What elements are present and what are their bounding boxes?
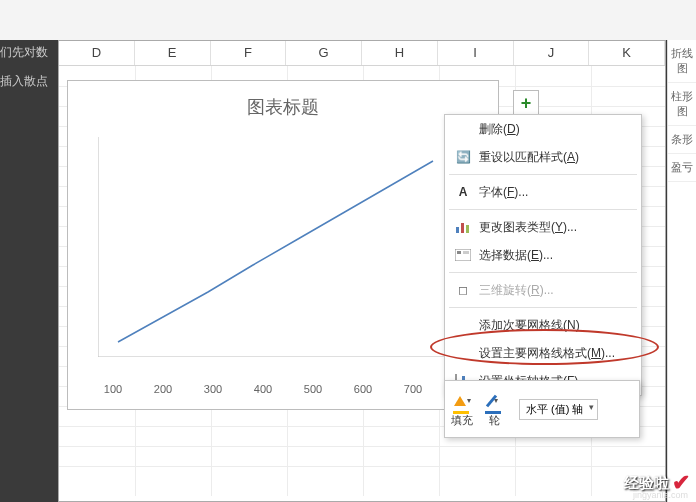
menu-3d-rotate: ◻ 三维旋转(R)...: [445, 276, 641, 304]
chart-elements-button[interactable]: +: [513, 90, 539, 116]
chart-title[interactable]: 图表标题: [68, 95, 498, 119]
paint-bucket-icon: ▾: [451, 391, 473, 411]
col-header[interactable]: I: [438, 41, 514, 65]
menu-label: 三维旋转(R)...: [479, 282, 633, 299]
axis-selector-value: 水平 (值) 轴: [526, 403, 583, 415]
mini-toolbar: ▾ 填充 ▾ 轮 水平 (值) 轴: [444, 380, 640, 438]
col-header[interactable]: H: [362, 41, 438, 65]
svg-rect-3: [461, 223, 464, 233]
svg-rect-2: [456, 227, 459, 233]
col-header[interactable]: J: [514, 41, 590, 65]
svg-rect-6: [457, 251, 461, 254]
embedded-chart[interactable]: 图表标题 100 200 300 400 500 600 700 800: [67, 80, 499, 410]
select-data-icon: [453, 246, 473, 264]
svg-rect-5: [455, 249, 471, 261]
menu-label: 选择数据(E)...: [479, 247, 633, 264]
outline-button[interactable]: ▾ 轮: [483, 391, 505, 428]
col-header[interactable]: G: [286, 41, 362, 65]
left-cropped-text: 们先对数 插入散点: [0, 44, 55, 102]
fill-button[interactable]: ▾ 填充: [451, 391, 473, 428]
menu-add-minor-gridlines[interactable]: 添加次要网格线(N): [445, 311, 641, 339]
menu-label: 设置主要网格线格式(M)...: [479, 345, 633, 362]
rotate-3d-icon: ◻: [453, 281, 473, 299]
pen-icon: ▾: [483, 391, 505, 411]
plus-icon: +: [521, 93, 532, 114]
col-header[interactable]: E: [135, 41, 211, 65]
menu-change-chart-type[interactable]: 更改图表类型(Y)...: [445, 213, 641, 241]
reset-icon: 🔄: [453, 148, 473, 166]
col-header[interactable]: F: [211, 41, 287, 65]
menu-label: 删除(D): [479, 121, 633, 138]
right-panel-item[interactable]: 条形: [668, 126, 696, 154]
menu-font[interactable]: A 字体(F)...: [445, 178, 641, 206]
chart-plot[interactable]: [98, 137, 478, 357]
col-header[interactable]: D: [59, 41, 135, 65]
x-axis-ticks: 100 200 300 400 500 600 700 800: [98, 383, 478, 395]
fill-label: 填充: [451, 413, 473, 428]
right-panel-item[interactable]: 柱形图: [668, 83, 696, 126]
menu-label: 字体(F)...: [479, 184, 633, 201]
right-panel: 折线图 柱形图 条形 盈亏: [667, 40, 696, 502]
menu-select-data[interactable]: 选择数据(E)...: [445, 241, 641, 269]
blank-icon: [453, 316, 473, 334]
blank-icon: [453, 344, 473, 362]
menu-label: 重设以匹配样式(A): [479, 149, 633, 166]
col-header[interactable]: K: [589, 41, 665, 65]
blank-icon: [453, 120, 473, 138]
menu-label: 更改图表类型(Y)...: [479, 219, 633, 236]
context-menu: 删除(D) 🔄 重设以匹配样式(A) A 字体(F)... 更改图表类型(Y).…: [444, 114, 642, 396]
svg-rect-7: [463, 251, 469, 254]
menu-reset-style[interactable]: 🔄 重设以匹配样式(A): [445, 143, 641, 171]
right-panel-item[interactable]: 盈亏: [668, 154, 696, 182]
svg-rect-4: [466, 225, 469, 233]
font-icon: A: [453, 183, 473, 201]
axis-selector-dropdown[interactable]: 水平 (值) 轴: [519, 399, 598, 420]
outline-label: 轮: [489, 413, 500, 428]
chart-type-icon: [453, 218, 473, 236]
right-panel-item[interactable]: 折线图: [668, 40, 696, 83]
menu-format-major-gridlines[interactable]: 设置主要网格线格式(M)...: [445, 339, 641, 367]
menu-label: 添加次要网格线(N): [479, 317, 633, 334]
watermark-url: jingyanla.com: [633, 490, 688, 500]
column-headers: D E F G H I J K: [59, 41, 665, 66]
menu-delete[interactable]: 删除(D): [445, 115, 641, 143]
